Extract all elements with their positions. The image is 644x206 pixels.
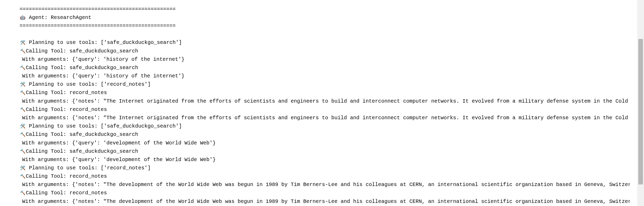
arguments-text: With arguments: {'query': 'development o… bbox=[22, 157, 216, 163]
calling-tool-text: Calling Tool: safe_duckduckgo_search bbox=[26, 132, 138, 138]
log-line: With arguments: {'query': 'history of th… bbox=[20, 72, 630, 80]
planning-text: Planning to use tools: ['safe_duckduckgo… bbox=[26, 40, 182, 46]
vertical-scrollbar-track[interactable] bbox=[637, 0, 644, 206]
log-line: With arguments: {'query': 'development o… bbox=[20, 139, 630, 147]
log-line: Planning to use tools: ['safe_duckduckgo… bbox=[20, 38, 630, 47]
arguments-text: With arguments: {'query': 'history of th… bbox=[22, 56, 184, 62]
hammer-icon bbox=[20, 64, 26, 72]
log-line: Calling Tool: record_notes bbox=[20, 172, 630, 181]
planning-text: Planning to use tools: ['record_notes'] bbox=[26, 81, 151, 87]
log-line: Calling Tool: record_notes bbox=[20, 89, 630, 97]
agent-header-line: Agent: ResearchAgent bbox=[20, 14, 630, 22]
log-line: Planning to use tools: ['record_notes'] bbox=[20, 164, 630, 172]
hammer-icon bbox=[20, 130, 26, 139]
tools-icon bbox=[20, 122, 26, 130]
log-line: Planning to use tools: ['safe_duckduckgo… bbox=[20, 122, 630, 130]
log-line: With arguments: {'notes': "The developme… bbox=[20, 181, 630, 189]
log-output: ========================================… bbox=[0, 0, 630, 206]
log-line: With arguments: {'notes': "The developme… bbox=[20, 197, 630, 206]
tools-icon bbox=[20, 38, 26, 47]
tools-icon bbox=[20, 164, 26, 172]
arguments-text: With arguments: {'query': 'development o… bbox=[22, 140, 216, 146]
arguments-text: With arguments: {'notes': "The Internet … bbox=[22, 98, 630, 104]
vertical-scrollbar-thumb[interactable] bbox=[638, 39, 643, 184]
calling-tool-text: Calling Tool: safe_duckduckgo_search bbox=[26, 48, 138, 54]
calling-tool-text: Calling Tool: record_notes bbox=[26, 90, 107, 96]
agent-name-text: Agent: ResearchAgent bbox=[26, 15, 91, 21]
planning-text: Planning to use tools: ['safe_duckduckgo… bbox=[26, 123, 182, 129]
calling-tool-text: Calling Tool: record_notes bbox=[26, 107, 107, 112]
log-line: Planning to use tools: ['record_notes'] bbox=[20, 80, 630, 89]
hammer-icon bbox=[20, 189, 26, 197]
separator-line: ========================================… bbox=[20, 5, 630, 14]
hammer-icon bbox=[20, 147, 26, 156]
log-line: Calling Tool: safe_duckduckgo_search bbox=[20, 147, 630, 156]
calling-tool-text: Calling Tool: safe_duckduckgo_search bbox=[26, 148, 138, 154]
planning-text: Planning to use tools: ['record_notes'] bbox=[26, 165, 151, 171]
log-line: Calling Tool: record_notes bbox=[20, 189, 630, 197]
log-line: Calling Tool: safe_duckduckgo_search bbox=[20, 64, 630, 72]
arguments-text: With arguments: {'notes': "The developme… bbox=[22, 198, 630, 204]
log-line: With arguments: {'notes': "The Internet … bbox=[20, 97, 630, 105]
arguments-text: With arguments: {'notes': "The Internet … bbox=[22, 115, 630, 121]
calling-tool-text: Calling Tool: record_notes bbox=[26, 173, 107, 179]
log-line: With arguments: {'query': 'development o… bbox=[20, 156, 630, 164]
log-line: Calling Tool: safe_duckduckgo_search bbox=[20, 130, 630, 139]
calling-tool-text: Calling Tool: record_notes bbox=[26, 190, 107, 196]
tools-icon bbox=[20, 80, 26, 89]
hammer-icon bbox=[20, 105, 26, 114]
log-line: Calling Tool: record_notes bbox=[20, 105, 630, 114]
hammer-icon bbox=[20, 47, 26, 55]
log-line: With arguments: {'query': 'history of th… bbox=[20, 55, 630, 64]
arguments-text: With arguments: {'notes': "The developme… bbox=[22, 182, 630, 188]
robot-icon bbox=[20, 14, 26, 22]
calling-tool-text: Calling Tool: safe_duckduckgo_search bbox=[26, 65, 138, 71]
blank-line bbox=[20, 30, 630, 38]
hammer-icon bbox=[20, 172, 26, 181]
separator-line: ========================================… bbox=[20, 22, 630, 30]
log-line: Calling Tool: safe_duckduckgo_search bbox=[20, 47, 630, 55]
arguments-text: With arguments: {'query': 'history of th… bbox=[22, 73, 184, 79]
log-line: With arguments: {'notes': "The Internet … bbox=[20, 114, 630, 122]
hammer-icon bbox=[20, 89, 26, 97]
